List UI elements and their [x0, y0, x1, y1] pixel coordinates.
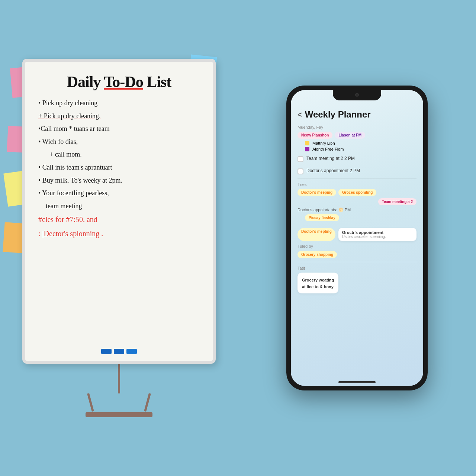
check-team-meeting: Team meeting at 2 2 PM [298, 156, 416, 162]
whiteboard: Daily To-Do List • Pick up dry cleaning … [22, 59, 216, 364]
wb-item-7: • Buy milk. To's weeky at 2pm. [38, 175, 200, 186]
groctr-card: Groctr's appointment Ustbrs ceocelier sp… [338, 228, 416, 241]
marker-blue-2 [114, 349, 124, 354]
card-row: Doctor's mepting Groctr's appointment Us… [298, 228, 416, 241]
wb-item-5: + call mom. [49, 149, 200, 160]
check-doctors: Doctor's appointment 2 PM [298, 168, 416, 174]
dot-text-alonth: Alonth Free Fiom [312, 147, 344, 151]
dot-purple [305, 147, 309, 151]
whiteboard-wrapper: Daily To-Do List • Pick up dry cleaning … [22, 59, 216, 417]
stand-leg-right [144, 393, 151, 412]
section-tuled: Tuled by Grocery shopping [298, 244, 416, 257]
check-text-team: Team meeting at 2 2 PM [306, 156, 355, 161]
checkbox-doctors[interactable] [298, 168, 303, 174]
day-label-tnes: Tnes [298, 182, 416, 187]
grocery-weating-text: Grocery weatingat liee to & bony [302, 278, 334, 289]
section-monday: Muenday, Fay Neow Planshon Liason at PM … [298, 125, 416, 151]
phone-screen: < Weekly Planner Muenday, Fay Neow Plans… [291, 90, 423, 386]
app-title: Weekly Planner [305, 109, 371, 120]
wb-item-8: • Your focentling pearless, [38, 187, 200, 199]
dot-yellow [305, 141, 309, 145]
dot-item-alonth: Alonth Free Fiom [305, 147, 416, 151]
whiteboard-stand [86, 364, 152, 417]
wb-item-3: •Call mom * tuans ar team [38, 123, 200, 135]
wb-item-red-1: #cles for #7:50. and [38, 213, 200, 226]
divider-1 [298, 178, 416, 178]
left-panel: Daily To-Do List • Pick up dry cleaning … [0, 0, 238, 476]
app-header: < Weekly Planner [298, 109, 416, 120]
stand-base [86, 412, 152, 417]
wb-item-9: team meeting [46, 200, 200, 212]
dot-item-matthry: Matthry Libh [305, 141, 416, 145]
dot-text-matthry: Matthry Libh [312, 141, 335, 145]
stand-leg-left [87, 393, 94, 412]
marker-blue-1 [101, 349, 112, 354]
title-todo: To-Do [104, 73, 143, 90]
whiteboard-title: Daily To-Do List [38, 73, 200, 91]
wb-item-2: + Pick up dry cleaning. [38, 110, 200, 122]
marker-tray [101, 349, 137, 354]
tag-doctors-mepting[interactable]: Doctor's mepting [298, 228, 335, 241]
section-tnes: Tnes Doctor's meeping Groces sponiting T… [298, 182, 416, 223]
title-list: List [143, 73, 171, 90]
tag-team-meeting[interactable]: Team meeting a 2 [378, 198, 416, 205]
day-label-tatlt: Tatlt [298, 266, 416, 270]
divider-2 [298, 262, 416, 262]
whiteboard-items: • Pick up dry cleaning + Pick up dry cle… [38, 97, 200, 240]
back-button[interactable]: < [298, 110, 302, 119]
check-text-doctors: Doctor's appointment 2 PM [306, 168, 360, 173]
spacer-1 [298, 165, 416, 168]
phone-home-indicator [338, 381, 376, 383]
tag-grocery-shopping[interactable]: Grocery shopping [298, 251, 337, 258]
app-content: < Weekly Planner Muenday, Fay Neow Plans… [291, 103, 423, 386]
stand-pole [118, 364, 120, 393]
tag-neow-planshon[interactable]: Neow Planshon [298, 132, 332, 139]
tag-liason[interactable]: Liason at PM [335, 132, 365, 139]
tag-doctors-meeping[interactable]: Doctor's meeping [298, 189, 336, 196]
checkbox-team[interactable] [298, 156, 303, 162]
wb-item-red-2: : |Dector's splonning . [38, 227, 200, 240]
section-tatlt: Tatlt Grocery weatingat liee to & bony [298, 266, 416, 293]
grocery-weating-card: Grocery weatingat liee to & bony [298, 273, 338, 293]
monday-tags: Neow Planshon Liason at PM [298, 132, 416, 139]
stand-legs [87, 393, 151, 412]
phone-frame: < Weekly Planner Muenday, Fay Neow Plans… [286, 86, 428, 390]
right-panel: < Weekly Planner Muenday, Fay Neow Plans… [238, 0, 476, 476]
wb-item-4: • Wich fo dias, [38, 136, 200, 148]
day-label-monday: Muenday, Fay [298, 125, 416, 129]
groctr-card-sub: Ustbrs ceocelier sperniing. [342, 235, 413, 239]
title-daily: Daily [67, 73, 104, 90]
tag-groces[interactable]: Groces sponiting [338, 189, 376, 196]
doctors-appt-text: Doctor's appoinrtants: 🌕 PM [298, 208, 416, 212]
groctr-card-title: Groctr's appointment [342, 230, 413, 235]
marker-blue-3 [126, 349, 137, 354]
tag-piccay[interactable]: Piccay fiashlay [305, 214, 339, 221]
tnes-tags-row: Doctor's meeping Groces sponiting Team m… [298, 189, 416, 205]
wb-item-1: • Pick up dry cleaning [38, 97, 200, 109]
phone-notch [333, 90, 381, 100]
wb-item-6: • Call inis team's aprantuart [38, 162, 200, 173]
day-label-tuled: Tuled by [298, 244, 416, 248]
phone-camera [355, 93, 359, 97]
